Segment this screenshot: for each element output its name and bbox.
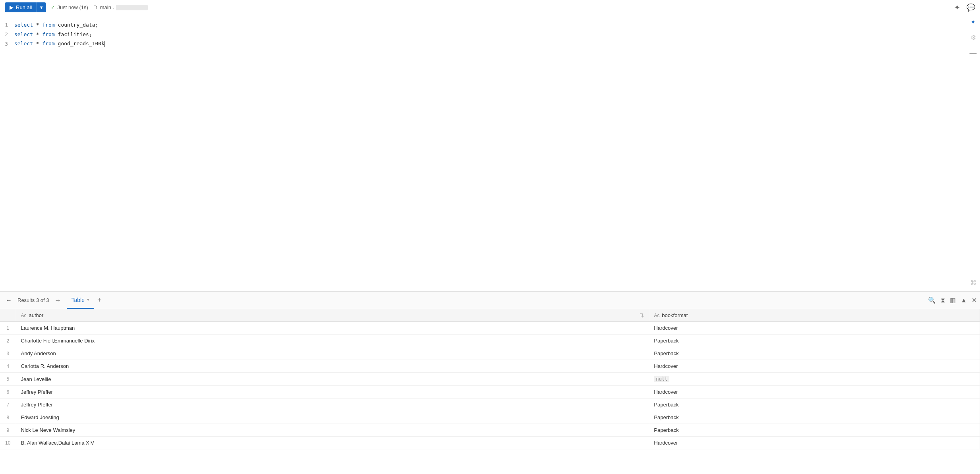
- filter-button[interactable]: ⧗: [941, 297, 945, 304]
- file-icon: 🗋: [93, 4, 98, 10]
- bookformat-cell: null: [649, 373, 980, 386]
- bookformat-column-header[interactable]: Ac bookformat: [649, 309, 980, 322]
- line-number-2: 2: [0, 31, 14, 37]
- author-cell: Jeffrey Pfeffer: [16, 399, 649, 411]
- bookformat-cell: Paperback: [649, 335, 980, 347]
- row-number: 1: [0, 322, 16, 335]
- results-label: Results 3 of 3: [17, 297, 49, 303]
- line-number-3: 3: [0, 41, 14, 47]
- row-number: 4: [0, 360, 16, 373]
- table-row: 10B. Alan Wallace,Dalai Lama XIVHardcove…: [0, 437, 980, 449]
- table-header-row: Ac author ⋮ ⇅ Ac bookformat: [0, 309, 980, 322]
- chat-button[interactable]: 💬: [966, 3, 975, 12]
- editor-area: 1 select * from country_data; 2 select *…: [0, 15, 980, 291]
- editor-content[interactable]: 1 select * from country_data; 2 select *…: [0, 15, 966, 291]
- results-prev-button[interactable]: ←: [3, 295, 14, 306]
- table-row: 5Jean Leveillenull: [0, 373, 980, 386]
- table-body: 1Laurence M. HauptmanHardcover2Charlotte…: [0, 322, 980, 449]
- play-icon: ▶: [10, 4, 14, 10]
- author-column-header[interactable]: Ac author ⋮ ⇅: [16, 309, 649, 322]
- command-icon[interactable]: ⌘: [970, 279, 976, 286]
- table-row: 8Edward JoestingPaperback: [0, 411, 980, 424]
- bookformat-cell: Hardcover: [649, 322, 980, 335]
- row-number: 10: [0, 437, 16, 449]
- author-cell: Edward Joesting: [16, 411, 649, 424]
- tab-dropdown-icon[interactable]: ▾: [87, 297, 89, 302]
- table-row: 3Andy AndersonPaperback: [0, 347, 980, 360]
- star-button[interactable]: ✦: [954, 3, 960, 12]
- row-number: 3: [0, 347, 16, 360]
- chat-icon: 💬: [966, 3, 975, 12]
- code-text-2: select * from facilities;: [14, 31, 92, 37]
- results-next-button[interactable]: →: [52, 295, 64, 306]
- results-table: Ac author ⋮ ⇅ Ac bookformat 1: [0, 309, 980, 449]
- results-tabbar: ← Results 3 of 3 → Table ▾ + 🔍 ⧗ ▥ ▲ ✕: [0, 292, 980, 309]
- star-icon: ✦: [954, 3, 960, 12]
- results-area: ← Results 3 of 3 → Table ▾ + 🔍 ⧗ ▥ ▲ ✕ A…: [0, 291, 980, 474]
- bookformat-cell: Hardcover: [649, 437, 980, 449]
- table-row: 2Charlotte Fiell,Emmanuelle DirixPaperba…: [0, 335, 980, 347]
- table-row: 1Laurence M. HauptmanHardcover: [0, 322, 980, 335]
- bookformat-cell: Paperback: [649, 399, 980, 411]
- author-cell: Charlotte Fiell,Emmanuelle Dirix: [16, 335, 649, 347]
- editor-right-icons: ✦ ⚙ — ⌘: [966, 15, 980, 291]
- row-number: 5: [0, 373, 16, 386]
- bookformat-cell: Paperback: [649, 424, 980, 437]
- status-indicator: ✓ Just now (1s): [51, 4, 88, 10]
- author-cell: Carlotta R. Anderson: [16, 360, 649, 373]
- close-button[interactable]: ✕: [972, 296, 977, 304]
- table-row: 4Carlotta R. AndersonHardcover: [0, 360, 980, 373]
- author-cell: Andy Anderson: [16, 347, 649, 360]
- db-indicator: 🗋 main .: [93, 4, 148, 10]
- author-type-icon: Ac: [21, 313, 27, 318]
- bookformat-cell: Hardcover: [649, 386, 980, 399]
- row-number: 8: [0, 411, 16, 424]
- author-cell: B. Alan Wallace,Dalai Lama XIV: [16, 437, 649, 449]
- table-row: 7Jeffrey PfefferPaperback: [0, 399, 980, 411]
- table-row: 6Jeffrey PfefferHardcover: [0, 386, 980, 399]
- bookformat-cell: Paperback: [649, 411, 980, 424]
- settings-icon[interactable]: ⚙: [970, 34, 976, 41]
- run-all-dropdown[interactable]: ▾: [37, 2, 46, 12]
- toolbar: ▶ Run all ▾ ✓ Just now (1s) 🗋 main . ✦ 💬: [0, 0, 980, 15]
- author-cell: Laurence M. Hauptman: [16, 322, 649, 335]
- author-cell: Jean Leveille: [16, 373, 649, 386]
- bookformat-type-icon: Ac: [654, 313, 659, 318]
- code-text-3: select * from good_reads_100k: [14, 41, 105, 47]
- run-all-button[interactable]: ▶ Run all ▾: [5, 2, 46, 12]
- row-number: 9: [0, 424, 16, 437]
- code-line-3: 3 select * from good_reads_100k: [0, 39, 966, 48]
- chevron-down-icon: ▾: [40, 4, 43, 10]
- table-row: 9Nick Le Neve WalmsleyPaperback: [0, 424, 980, 437]
- row-number: 2: [0, 335, 16, 347]
- author-cell: Jeffrey Pfeffer: [16, 386, 649, 399]
- bookformat-col-label: bookformat: [662, 312, 688, 318]
- status-label: Just now (1s): [57, 4, 88, 10]
- table-tab-label: Table: [72, 297, 85, 303]
- minus-icon: —: [970, 49, 977, 58]
- columns-button[interactable]: ▥: [950, 296, 956, 304]
- author-sort-icon[interactable]: ⇅: [640, 312, 644, 318]
- table-container[interactable]: Ac author ⋮ ⇅ Ac bookformat 1: [0, 309, 980, 474]
- null-badge: null: [654, 376, 669, 382]
- bookformat-cell: Paperback: [649, 347, 980, 360]
- row-number: 7: [0, 399, 16, 411]
- table-tab[interactable]: Table ▾: [67, 292, 94, 309]
- run-all-label: Run all: [16, 4, 32, 10]
- code-text-1: select * from country_data;: [14, 22, 98, 28]
- row-number-header: [0, 309, 16, 322]
- author-cell: Nick Le Neve Walmsley: [16, 424, 649, 437]
- check-icon: ✓: [51, 4, 55, 10]
- toolbar-right: ✦ 💬: [954, 3, 975, 12]
- results-toolbar-right: 🔍 ⧗ ▥ ▲ ✕: [928, 296, 977, 304]
- add-tab-button[interactable]: +: [94, 296, 105, 304]
- sparkle-icon[interactable]: ✦: [970, 18, 976, 26]
- row-number: 6: [0, 386, 16, 399]
- collapse-button[interactable]: ▲: [961, 297, 967, 304]
- bookformat-cell: Hardcover: [649, 360, 980, 373]
- code-line-1: 1 select * from country_data;: [0, 20, 966, 29]
- run-all-main: ▶ Run all: [5, 2, 37, 12]
- db-label: main .: [100, 4, 114, 10]
- search-button[interactable]: 🔍: [928, 296, 936, 304]
- author-col-label: author: [29, 312, 44, 318]
